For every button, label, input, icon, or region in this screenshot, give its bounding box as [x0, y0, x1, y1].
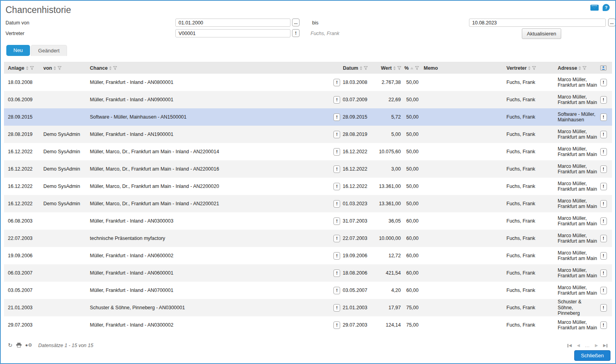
- print-icon[interactable]: [16, 343, 22, 347]
- bis-picker-button[interactable]: ...: [608, 19, 616, 26]
- row-detail-button[interactable]: !: [600, 200, 607, 208]
- sort-icon[interactable]: [26, 66, 28, 70]
- column-header-von[interactable]: von: [39, 62, 86, 74]
- tab-geaendert[interactable]: Geändert: [31, 45, 67, 56]
- settings-icon[interactable]: ●⚙: [25, 342, 32, 348]
- cell-anlage: 22.07.2003: [4, 230, 39, 247]
- next-page-button[interactable]: ▶: [595, 344, 598, 347]
- table-row[interactable]: 22.07.2003technische Präsentation myfact…: [4, 230, 612, 247]
- table-row[interactable]: 28.08.2019Demo SysAdminMüller, Frankfurt…: [4, 126, 612, 143]
- table-row[interactable]: 16.12.2022Demo SysAdminMüller, Marco, Dr…: [4, 195, 612, 212]
- aktualisieren-button[interactable]: Aktualisieren: [522, 28, 561, 39]
- row-datum-detail-button[interactable]: !: [333, 252, 340, 260]
- table-row[interactable]: 06.03.2007Müller, Frankfurt - Inland - A…: [4, 264, 612, 282]
- sort-icon[interactable]: [393, 66, 396, 70]
- row-detail-button[interactable]: !: [600, 235, 607, 242]
- adresse-line2: Frankfurt am Main: [558, 82, 597, 88]
- vertreter-detail-button[interactable]: !: [292, 29, 300, 37]
- row-datum-detail-button[interactable]: !: [333, 217, 340, 225]
- cell-von: [39, 264, 86, 282]
- previous-page-button[interactable]: ◀: [577, 344, 580, 347]
- row-detail-button[interactable]: !: [600, 287, 607, 294]
- row-datum-detail-button[interactable]: !: [333, 113, 340, 121]
- vertreter-input[interactable]: [175, 29, 290, 37]
- table-row[interactable]: 03.05.2007Müller, Frankfurt - Inland - A…: [4, 282, 612, 299]
- grid-settings-icon[interactable]: [600, 65, 607, 71]
- column-header-adresse[interactable]: Adresse: [554, 62, 598, 74]
- row-detail-button[interactable]: !: [600, 252, 607, 260]
- column-header-chance[interactable]: Chance: [86, 62, 329, 74]
- sort-ascending-icon[interactable]: [410, 67, 413, 69]
- last-page-button[interactable]: ▶: [603, 344, 607, 347]
- row-detail-button[interactable]: !: [600, 165, 607, 173]
- filter-icon[interactable]: [532, 66, 536, 70]
- schliessen-button[interactable]: Schließen: [574, 350, 610, 361]
- filter-icon[interactable]: [583, 66, 586, 70]
- sort-icon[interactable]: [579, 66, 581, 70]
- datum-von-input[interactable]: [175, 19, 290, 27]
- table-row[interactable]: 21.01.2003Schuster & Söhne, Pinneberg - …: [4, 299, 612, 316]
- cell-anlage: 28.08.2019: [4, 126, 39, 143]
- row-detail-button[interactable]: !: [600, 96, 607, 104]
- table-row[interactable]: 29.07.2003Müller, Frankfurt - Inland - A…: [4, 316, 612, 334]
- datum-von-picker-button[interactable]: ...: [292, 19, 300, 26]
- sort-icon[interactable]: [54, 66, 56, 70]
- row-detail-button[interactable]: !: [600, 113, 607, 121]
- table-row[interactable]: 16.12.2022Demo SysAdminMüller, Marco, Dr…: [4, 160, 612, 178]
- sort-icon[interactable]: [360, 66, 362, 70]
- row-datum-detail-button[interactable]: !: [333, 200, 340, 208]
- row-detail-button[interactable]: !: [600, 79, 607, 86]
- row-datum-detail-button[interactable]: !: [333, 131, 340, 138]
- page-ellipsis-button[interactable]: ...: [585, 343, 590, 348]
- column-header-memo[interactable]: Memo: [420, 62, 502, 74]
- filter-icon[interactable]: [415, 66, 419, 70]
- first-page-button[interactable]: ◀: [568, 344, 572, 347]
- row-datum-detail-button[interactable]: !: [333, 79, 340, 86]
- row-datum-detail-button[interactable]: !: [333, 165, 340, 173]
- filter-icon[interactable]: [113, 66, 117, 70]
- row-detail-button[interactable]: !: [600, 321, 607, 329]
- row-datum-detail-button[interactable]: !: [333, 269, 340, 277]
- column-header-vertreter[interactable]: Vertreter: [502, 62, 554, 74]
- table-row[interactable]: 19.09.2006Müller, Frankfurt - Inland - A…: [4, 247, 612, 264]
- cell-vertreter: Fuchs, Frank: [502, 282, 554, 299]
- cell-adresse: Marco Müller,Frankfurt am Main: [554, 247, 598, 264]
- row-detail-button[interactable]: !: [600, 217, 607, 225]
- table-row[interactable]: 16.12.2022Demo SysAdminMüller, Marco, Dr…: [4, 178, 612, 195]
- row-detail-button[interactable]: !: [600, 131, 607, 138]
- row-datum-detail-button[interactable]: !: [333, 304, 340, 312]
- table-row[interactable]: 03.06.2009Müller, Frankfurt - Inland - A…: [4, 91, 612, 108]
- help-icon[interactable]: ?: [603, 4, 610, 11]
- table-row[interactable]: 16.12.2022Demo SysAdminMüller, Marco, Dr…: [4, 143, 612, 160]
- sort-icon[interactable]: [528, 66, 530, 70]
- bis-input[interactable]: [469, 19, 606, 27]
- column-header-datum[interactable]: Datum: [329, 62, 368, 74]
- refresh-icon[interactable]: ↻: [8, 342, 13, 348]
- column-header-anlage[interactable]: Anlage: [4, 62, 39, 74]
- row-datum-detail-button[interactable]: !: [333, 183, 340, 190]
- filter-icon[interactable]: [397, 66, 401, 70]
- mail-icon[interactable]: [590, 5, 599, 11]
- row-datum-detail-button[interactable]: !: [333, 321, 340, 329]
- cell-memo: [420, 108, 502, 126]
- sort-icon[interactable]: [109, 66, 112, 70]
- row-datum-detail-button[interactable]: !: [333, 235, 340, 242]
- cell-vertreter: Fuchs, Frank: [502, 230, 554, 247]
- row-detail-button[interactable]: !: [600, 304, 607, 312]
- row-datum-detail-button[interactable]: !: [333, 96, 340, 104]
- filter-icon[interactable]: [58, 66, 61, 70]
- column-header-wert[interactable]: Wert: [368, 62, 402, 74]
- table-row[interactable]: 06.08.2003Müller, Frankfurt - Inland - A…: [4, 212, 612, 230]
- filter-icon[interactable]: [30, 66, 34, 70]
- table-row[interactable]: 28.09.2015Software - Müller, Mainhausen …: [4, 108, 612, 126]
- row-datum-detail-button[interactable]: !: [333, 148, 340, 156]
- column-header-[interactable]: %: [402, 62, 420, 74]
- row-detail-button[interactable]: !: [600, 269, 607, 277]
- row-datum-detail-button[interactable]: !: [333, 287, 340, 294]
- tab-neu[interactable]: Neu: [6, 45, 30, 56]
- row-detail-button[interactable]: !: [600, 183, 607, 190]
- filter-icon[interactable]: [364, 66, 368, 70]
- column-header-settings[interactable]: [598, 62, 609, 74]
- row-detail-button[interactable]: !: [600, 148, 607, 156]
- table-row[interactable]: 18.03.2008Müller, Frankfurt - Inland - A…: [4, 74, 612, 91]
